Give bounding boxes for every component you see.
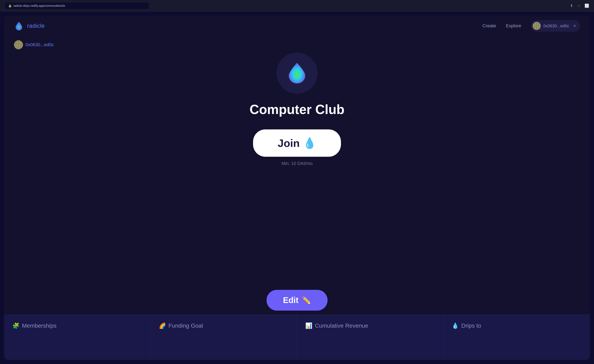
memberships-card[interactable]: 🧩 Memberships xyxy=(4,315,151,360)
funding-goal-title: Funding Goal xyxy=(169,323,203,329)
browser-actions: ⬆ ☆ ⬜ xyxy=(570,3,589,8)
address-bar[interactable]: 🔒 radicle-drips.netlify.app/communities/… xyxy=(5,2,149,9)
url-text: radicle-drips.netlify.app/communities/0x xyxy=(13,4,65,7)
share-icon[interactable]: ⬆ xyxy=(570,3,573,8)
memberships-title: Memberships xyxy=(22,323,56,329)
lock-icon: 🔒 xyxy=(8,4,12,7)
breadcrumb: 0x0630...ed0c xyxy=(14,40,54,49)
breadcrumb-avatar xyxy=(14,40,23,49)
cumulative-revenue-icon: 📊 xyxy=(305,322,312,329)
funding-goal-card-header: 🌈 Funding Goal xyxy=(159,322,289,329)
user-avatar xyxy=(533,22,541,30)
community-name: Computer Club xyxy=(250,102,344,117)
drips-to-card[interactable]: 💧 Drips to xyxy=(443,315,590,360)
memberships-card-header: 🧩 Memberships xyxy=(12,322,142,329)
drips-to-card-header: 💧 Drips to xyxy=(452,322,582,329)
svg-point-0 xyxy=(294,72,300,79)
main-content: 0x0630...ed0c Computer Club Join 💧 xyxy=(4,36,590,360)
drips-to-title: Drips to xyxy=(461,323,481,329)
cumulative-revenue-card-header: 📊 Cumulative Revenue xyxy=(305,322,435,329)
nav-header: radicle Create Explore 0x0630...ed0c × xyxy=(4,16,590,36)
create-link[interactable]: Create xyxy=(482,23,496,28)
tab-icon[interactable]: ⬜ xyxy=(585,3,589,8)
cumulative-revenue-title: Cumulative Revenue xyxy=(315,323,368,329)
edit-pencil-icon: ✏️ xyxy=(302,296,311,305)
bottom-cards: 🧩 Memberships 🌈 Funding Goal 📊 Cumulativ… xyxy=(4,315,590,360)
cumulative-revenue-card[interactable]: 📊 Cumulative Revenue xyxy=(297,315,443,360)
join-button-label: Join xyxy=(278,137,300,149)
community-logo-icon xyxy=(285,61,309,85)
explore-link[interactable]: Explore xyxy=(506,23,521,28)
edit-button-label: Edit xyxy=(283,296,299,305)
edit-button[interactable]: Edit ✏️ xyxy=(267,290,328,310)
community-logo-container xyxy=(277,53,317,94)
logo-drop-icon xyxy=(14,21,24,31)
drips-to-icon: 💧 xyxy=(452,322,459,329)
user-address-text: 0x0630...ed0c xyxy=(543,24,569,28)
funding-goal-card[interactable]: 🌈 Funding Goal xyxy=(151,315,297,360)
app-container: radicle Create Explore 0x0630...ed0c × 0… xyxy=(4,16,590,360)
min-price-text: Min. 10 DAI/mo xyxy=(281,161,313,166)
star-icon[interactable]: ☆ xyxy=(577,3,580,8)
funding-goal-icon: 🌈 xyxy=(159,322,166,329)
user-badge[interactable]: 0x0630...ed0c × xyxy=(531,20,580,32)
logo-area: radicle xyxy=(14,21,45,31)
browser-chrome: 🔒 radicle-drips.netlify.app/communities/… xyxy=(0,0,594,12)
memberships-icon: 🧩 xyxy=(12,322,20,329)
breadcrumb-address[interactable]: 0x0630...ed0c xyxy=(26,42,54,47)
logo-text: radicle xyxy=(27,23,45,29)
join-button[interactable]: Join 💧 xyxy=(253,129,341,157)
disconnect-button[interactable]: × xyxy=(573,23,576,28)
join-drop-icon: 💧 xyxy=(303,137,316,149)
nav-links: Create Explore 0x0630...ed0c × xyxy=(482,20,580,32)
